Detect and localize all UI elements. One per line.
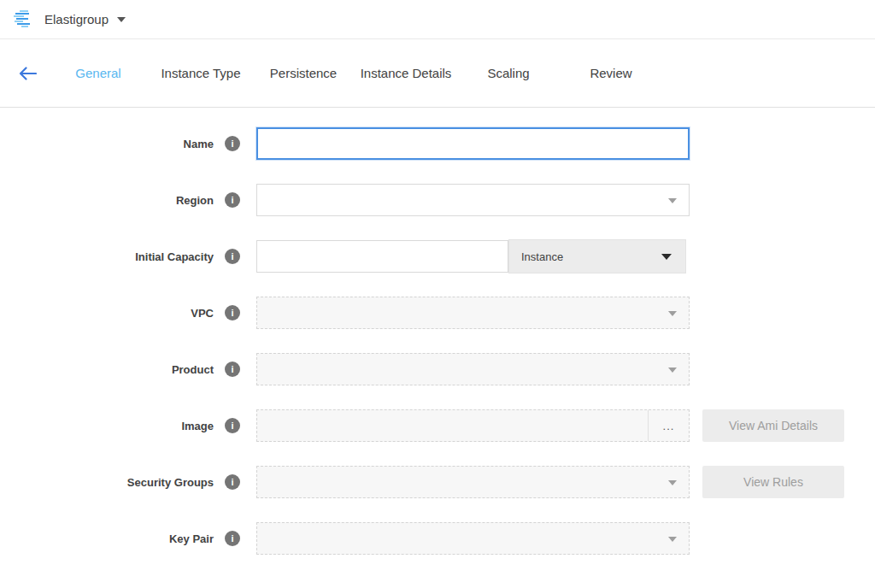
tab-persistence[interactable]: Persistence (252, 59, 355, 87)
info-icon[interactable]: i (225, 362, 240, 377)
tab-review[interactable]: Review (560, 59, 662, 87)
chevron-down-icon (117, 17, 126, 22)
region-label: Region (176, 194, 214, 207)
form-row-name: Name i (0, 127, 875, 160)
chevron-down-icon (668, 480, 677, 485)
back-button[interactable] (10, 56, 44, 91)
tab-instance-type[interactable]: Instance Type (150, 59, 252, 87)
wizard-tabs: General Instance Type Persistence Instan… (47, 59, 662, 87)
tab-general[interactable]: General (47, 59, 150, 87)
image-picker: ... (256, 409, 690, 442)
product-select[interactable] (256, 353, 690, 385)
topbar: Elastigroup (0, 0, 875, 39)
chevron-down-icon (668, 368, 677, 373)
wizard-tabbar: General Instance Type Persistence Instan… (0, 39, 875, 108)
info-icon[interactable]: i (225, 305, 240, 320)
image-label: Image (181, 420, 214, 432)
chevron-down-icon (668, 311, 677, 316)
chevron-down-icon (668, 198, 677, 203)
tab-scaling[interactable]: Scaling (457, 59, 560, 87)
back-arrow-icon (18, 66, 37, 81)
form-row-product: Product i (0, 353, 875, 385)
elastigroup-wizard-page: Elastigroup General Instance Type Persis… (0, 0, 875, 588)
product-label: Product (172, 363, 214, 376)
info-icon[interactable]: i (225, 249, 240, 264)
app-title: Elastigroup (44, 12, 109, 26)
view-ami-details-button[interactable]: View Ami Details (702, 409, 844, 442)
capacity-unit-value: Instance (521, 250, 563, 263)
key-pair-label: Key Pair (169, 532, 214, 545)
elastigroup-logo-icon (14, 10, 34, 29)
vpc-select[interactable] (256, 297, 690, 329)
info-icon[interactable]: i (225, 136, 240, 151)
region-select[interactable] (256, 184, 690, 216)
info-icon[interactable]: i (225, 531, 240, 546)
vpc-label: VPC (191, 307, 214, 320)
image-browse-button[interactable]: ... (648, 410, 689, 441)
form-row-vpc: VPC i (0, 297, 875, 329)
tab-instance-details[interactable]: Instance Details (355, 59, 457, 87)
form-row-initial-capacity: Initial Capacity i Instance (0, 240, 875, 273)
general-form: Name i Region i Initial Capacit (0, 108, 875, 555)
name-input[interactable] (256, 127, 690, 160)
form-row-image: Image i ... View Ami Details (0, 409, 875, 442)
key-pair-select[interactable] (256, 522, 690, 555)
name-label: Name (184, 138, 214, 150)
chevron-down-icon (668, 537, 677, 542)
view-rules-button[interactable]: View Rules (702, 466, 844, 498)
capacity-unit-select[interactable]: Instance (508, 239, 686, 273)
info-icon[interactable]: i (225, 474, 240, 490)
security-groups-label: Security Groups (127, 476, 214, 489)
form-row-region: Region i (0, 184, 875, 216)
initial-capacity-input[interactable] (256, 240, 508, 273)
chevron-down-icon (661, 254, 672, 260)
info-icon[interactable]: i (225, 192, 240, 208)
info-icon[interactable]: i (225, 418, 240, 433)
form-row-key-pair: Key Pair i (0, 522, 875, 555)
security-groups-select[interactable] (256, 466, 690, 498)
initial-capacity-label: Initial Capacity (135, 250, 214, 263)
product-switcher[interactable]: Elastigroup (14, 10, 126, 29)
form-row-security-groups: Security Groups i View Rules (0, 466, 875, 498)
